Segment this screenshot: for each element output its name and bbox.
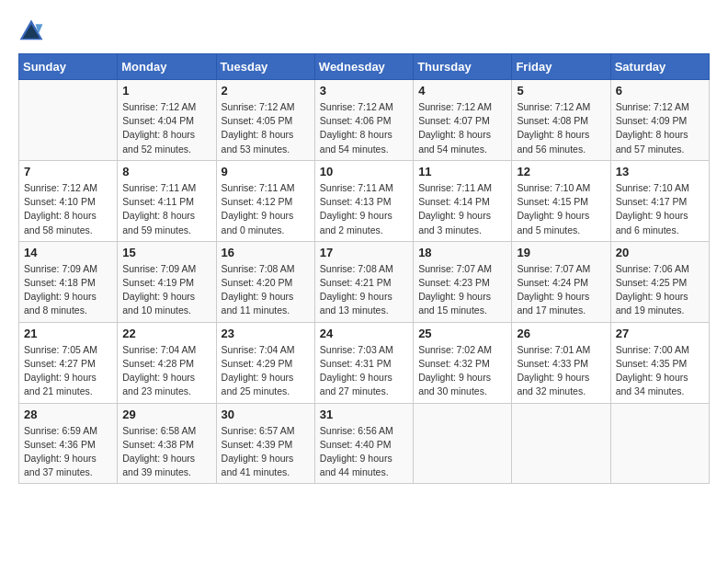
day-info: Sunrise: 7:00 AMSunset: 4:35 PMDaylight:… (616, 343, 704, 399)
day-number: 12 (517, 165, 605, 178)
day-number: 4 (418, 84, 506, 98)
header-day-sunday: Sunday (19, 54, 118, 80)
calendar-cell: 21Sunrise: 7:05 AMSunset: 4:27 PMDayligh… (19, 322, 118, 403)
calendar-cell: 10Sunrise: 7:11 AMSunset: 4:13 PMDayligh… (314, 160, 413, 241)
calendar-cell: 19Sunrise: 7:07 AMSunset: 4:24 PMDayligh… (512, 241, 610, 322)
day-number: 30 (222, 408, 310, 421)
day-number: 10 (320, 165, 408, 178)
calendar-cell: 27Sunrise: 7:00 AMSunset: 4:35 PMDayligh… (610, 322, 709, 403)
day-info: Sunrise: 7:10 AMSunset: 4:17 PMDaylight:… (616, 181, 704, 237)
page-header (18, 18, 710, 44)
calendar-table: SundayMondayTuesdayWednesdayThursdayFrid… (18, 53, 710, 484)
week-row-0: 1Sunrise: 7:12 AMSunset: 4:04 PMDaylight… (19, 80, 710, 161)
calendar-cell: 26Sunrise: 7:01 AMSunset: 4:33 PMDayligh… (512, 322, 610, 403)
day-number: 23 (222, 327, 310, 340)
calendar-cell: 28Sunrise: 6:59 AMSunset: 4:36 PMDayligh… (19, 403, 118, 484)
day-number: 19 (517, 246, 605, 259)
day-number: 1 (122, 84, 210, 98)
day-number: 17 (320, 246, 408, 259)
header-day-monday: Monday (118, 54, 216, 80)
week-row-1: 7Sunrise: 7:12 AMSunset: 4:10 PMDaylight… (19, 160, 710, 241)
calendar-cell: 20Sunrise: 7:06 AMSunset: 4:25 PMDayligh… (610, 241, 709, 322)
day-number: 3 (320, 84, 408, 98)
calendar-cell: 5Sunrise: 7:12 AMSunset: 4:08 PMDaylight… (512, 80, 610, 161)
calendar-cell: 3Sunrise: 7:12 AMSunset: 4:06 PMDaylight… (314, 80, 413, 161)
calendar-cell: 4Sunrise: 7:12 AMSunset: 4:07 PMDaylight… (414, 80, 512, 161)
day-info: Sunrise: 7:07 AMSunset: 4:24 PMDaylight:… (517, 262, 605, 318)
day-info: Sunrise: 6:59 AMSunset: 4:36 PMDaylight:… (24, 424, 112, 480)
calendar-cell: 25Sunrise: 7:02 AMSunset: 4:32 PMDayligh… (414, 322, 512, 403)
calendar-cell: 31Sunrise: 6:56 AMSunset: 4:40 PMDayligh… (314, 403, 413, 484)
day-info: Sunrise: 7:08 AMSunset: 4:20 PMDaylight:… (222, 262, 310, 318)
week-row-2: 14Sunrise: 7:09 AMSunset: 4:18 PMDayligh… (19, 241, 710, 322)
calendar-cell: 17Sunrise: 7:08 AMSunset: 4:21 PMDayligh… (314, 241, 413, 322)
day-number: 26 (517, 327, 605, 340)
day-info: Sunrise: 7:02 AMSunset: 4:32 PMDaylight:… (418, 343, 506, 399)
calendar-cell: 23Sunrise: 7:04 AMSunset: 4:29 PMDayligh… (216, 322, 314, 403)
day-info: Sunrise: 6:56 AMSunset: 4:40 PMDaylight:… (320, 424, 408, 480)
calendar-cell: 12Sunrise: 7:10 AMSunset: 4:15 PMDayligh… (512, 160, 610, 241)
day-number: 6 (616, 84, 704, 98)
calendar-cell: 1Sunrise: 7:12 AMSunset: 4:04 PMDaylight… (118, 80, 216, 161)
day-info: Sunrise: 7:08 AMSunset: 4:21 PMDaylight:… (320, 262, 408, 318)
calendar-cell: 22Sunrise: 7:04 AMSunset: 4:28 PMDayligh… (118, 322, 216, 403)
day-info: Sunrise: 7:12 AMSunset: 4:07 PMDaylight:… (418, 100, 506, 156)
calendar-header: SundayMondayTuesdayWednesdayThursdayFrid… (19, 54, 710, 80)
day-number: 7 (24, 165, 112, 178)
calendar-cell: 29Sunrise: 6:58 AMSunset: 4:38 PMDayligh… (118, 403, 216, 484)
day-info: Sunrise: 7:11 AMSunset: 4:11 PMDaylight:… (122, 181, 210, 237)
day-number: 21 (24, 327, 112, 340)
calendar-body: 1Sunrise: 7:12 AMSunset: 4:04 PMDaylight… (19, 80, 710, 484)
day-info: Sunrise: 7:09 AMSunset: 4:18 PMDaylight:… (24, 262, 112, 318)
calendar-cell: 11Sunrise: 7:11 AMSunset: 4:14 PMDayligh… (414, 160, 512, 241)
day-info: Sunrise: 7:12 AMSunset: 4:05 PMDaylight:… (222, 100, 310, 156)
day-number: 18 (418, 246, 506, 259)
day-number: 8 (122, 165, 210, 178)
week-row-4: 28Sunrise: 6:59 AMSunset: 4:36 PMDayligh… (19, 403, 710, 484)
day-info: Sunrise: 6:57 AMSunset: 4:39 PMDaylight:… (222, 424, 310, 480)
day-info: Sunrise: 7:11 AMSunset: 4:12 PMDaylight:… (222, 181, 310, 237)
calendar-cell: 7Sunrise: 7:12 AMSunset: 4:10 PMDaylight… (19, 160, 118, 241)
day-number: 13 (616, 165, 704, 178)
day-info: Sunrise: 7:06 AMSunset: 4:25 PMDaylight:… (616, 262, 704, 318)
calendar-cell: 13Sunrise: 7:10 AMSunset: 4:17 PMDayligh… (610, 160, 709, 241)
calendar-cell: 16Sunrise: 7:08 AMSunset: 4:20 PMDayligh… (216, 241, 314, 322)
calendar-cell: 14Sunrise: 7:09 AMSunset: 4:18 PMDayligh… (19, 241, 118, 322)
calendar-cell: 24Sunrise: 7:03 AMSunset: 4:31 PMDayligh… (314, 322, 413, 403)
day-info: Sunrise: 7:05 AMSunset: 4:27 PMDaylight:… (24, 343, 112, 399)
day-info: Sunrise: 7:12 AMSunset: 4:06 PMDaylight:… (320, 100, 408, 156)
day-info: Sunrise: 7:10 AMSunset: 4:15 PMDaylight:… (517, 181, 605, 237)
day-info: Sunrise: 7:04 AMSunset: 4:28 PMDaylight:… (122, 343, 210, 399)
day-info: Sunrise: 7:12 AMSunset: 4:04 PMDaylight:… (122, 100, 210, 156)
calendar-cell: 15Sunrise: 7:09 AMSunset: 4:19 PMDayligh… (118, 241, 216, 322)
day-info: Sunrise: 7:07 AMSunset: 4:23 PMDaylight:… (418, 262, 506, 318)
day-number: 27 (616, 327, 704, 340)
calendar-cell: 2Sunrise: 7:12 AMSunset: 4:05 PMDaylight… (216, 80, 314, 161)
calendar-cell (512, 403, 610, 484)
logo (18, 18, 46, 44)
calendar-cell: 18Sunrise: 7:07 AMSunset: 4:23 PMDayligh… (414, 241, 512, 322)
logo-icon (18, 18, 44, 44)
day-number: 2 (222, 84, 310, 98)
day-number: 25 (418, 327, 506, 340)
day-info: Sunrise: 7:11 AMSunset: 4:14 PMDaylight:… (418, 181, 506, 237)
day-info: Sunrise: 7:12 AMSunset: 4:09 PMDaylight:… (616, 100, 704, 156)
header-day-tuesday: Tuesday (216, 54, 314, 80)
header-day-saturday: Saturday (610, 54, 709, 80)
calendar-cell (610, 403, 709, 484)
day-info: Sunrise: 6:58 AMSunset: 4:38 PMDaylight:… (122, 424, 210, 480)
day-number: 11 (418, 165, 506, 178)
calendar-cell: 9Sunrise: 7:11 AMSunset: 4:12 PMDaylight… (216, 160, 314, 241)
day-number: 20 (616, 246, 704, 259)
calendar-cell: 30Sunrise: 6:57 AMSunset: 4:39 PMDayligh… (216, 403, 314, 484)
day-number: 24 (320, 327, 408, 340)
header-day-friday: Friday (512, 54, 610, 80)
calendar-cell: 6Sunrise: 7:12 AMSunset: 4:09 PMDaylight… (610, 80, 709, 161)
day-info: Sunrise: 7:03 AMSunset: 4:31 PMDaylight:… (320, 343, 408, 399)
day-number: 15 (122, 246, 210, 259)
header-day-wednesday: Wednesday (314, 54, 413, 80)
day-number: 22 (122, 327, 210, 340)
header-day-thursday: Thursday (414, 54, 512, 80)
day-number: 16 (222, 246, 310, 259)
calendar-cell: 8Sunrise: 7:11 AMSunset: 4:11 PMDaylight… (118, 160, 216, 241)
